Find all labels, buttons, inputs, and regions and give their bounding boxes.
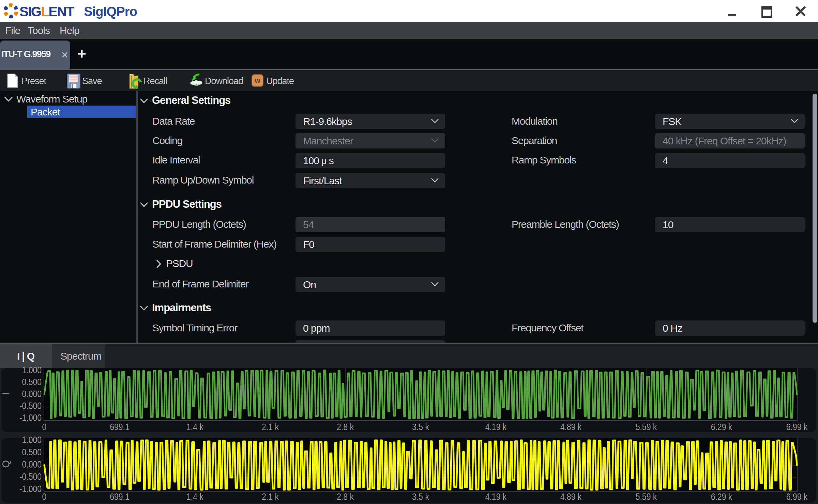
- svg-text:w: w: [255, 77, 260, 84]
